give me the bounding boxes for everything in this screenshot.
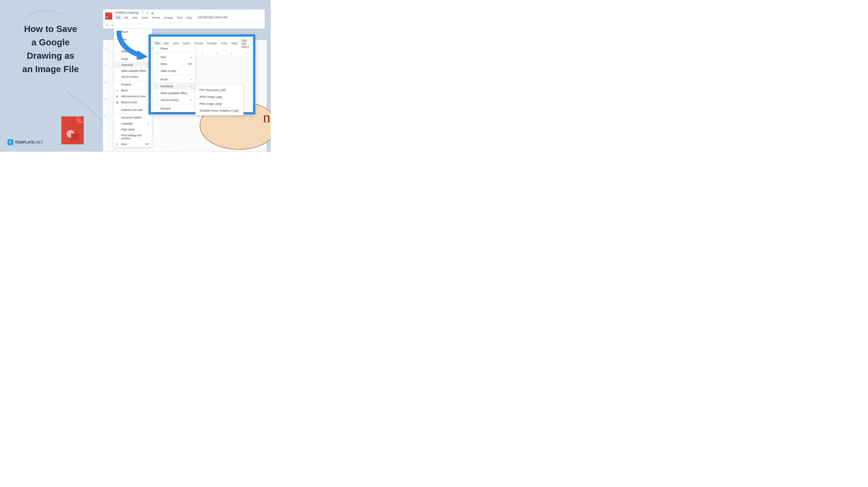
chevron-right-icon: ▸ <box>191 85 192 87</box>
print-icon: ⎙ <box>116 143 119 146</box>
menu-document-details[interactable]: Document details <box>114 115 152 121</box>
zoom-menu-download[interactable]: Download▸ <box>153 83 195 90</box>
zoom-menu-rename[interactable]: Rename <box>153 105 195 112</box>
template-net-logo: T TEMPLATE.NET <box>7 139 43 145</box>
divider <box>114 106 152 106</box>
redo-icon[interactable]: ↷ <box>111 24 114 28</box>
cloud-status-icon[interactable]: ☁ <box>151 11 154 14</box>
menu-language[interactable]: Language▸ <box>114 121 152 126</box>
right-panel: Untitled drawing ☆ ▭ ☁ File Edit View In… <box>101 0 271 152</box>
document-title[interactable]: Untitled drawing <box>115 11 138 14</box>
folder-icon: ▭ <box>116 89 119 92</box>
menu-view[interactable]: View <box>131 16 139 20</box>
app-screenshot: Untitled drawing ☆ ▭ ☁ File Edit View In… <box>103 9 265 29</box>
zoom-file-dropdown: Share New▸ Open⌘O Make a copy Email▸ Dow… <box>153 45 195 112</box>
undo-icon[interactable]: ↶ <box>105 24 109 28</box>
menu-move-trash[interactable]: 🗑Move to trash <box>114 99 152 105</box>
zoomed-callout: File Edit View Insert Format Arrange Too… <box>149 34 255 114</box>
menu-insert[interactable]: Insert <box>140 16 150 20</box>
tutorial-title: How to Save a Google Drawing as an Image… <box>7 22 94 76</box>
zoom-ruler: 1 2 3 4 <box>195 52 253 55</box>
vertical-ruler: 2 3 4 5 6 7 <box>103 40 108 152</box>
google-drawings-icon <box>61 116 84 144</box>
divider <box>153 75 195 75</box>
menu-publish[interactable]: Publish to the web <box>114 107 152 113</box>
menu-tools[interactable]: Tools <box>175 16 184 20</box>
last-edit-link[interactable]: Last edit was 2 hours ago <box>198 16 227 20</box>
toolbar: ↶ ↷ <box>103 23 265 29</box>
zoom-menu-tools[interactable]: Tools <box>219 41 229 45</box>
move-folder-icon[interactable]: ▭ <box>146 11 149 14</box>
left-panel: How to Save a Google Drawing as an Image… <box>0 0 101 152</box>
zoom-menu-arrange[interactable]: Arrange <box>205 41 218 45</box>
menu-print[interactable]: ⎙Print⌘P <box>114 141 152 147</box>
divider <box>153 53 195 53</box>
title-line-1: How to Save <box>7 22 94 36</box>
drive-icon: ◈ <box>116 95 119 98</box>
download-png[interactable]: PNG image (.png) <box>195 100 244 107</box>
download-pdf[interactable]: PDF Document (.pdf) <box>195 87 244 93</box>
zoom-menu-help[interactable]: Help <box>230 41 239 45</box>
download-submenu: PDF Document (.pdf) JPEG image (.jpg) PN… <box>195 85 244 116</box>
main-container: How to Save a Google Drawing as an Image… <box>0 0 271 152</box>
title-line-3: Drawing as <box>7 49 94 62</box>
menu-edit[interactable]: Edit <box>123 16 130 20</box>
menu-file[interactable]: File <box>115 16 122 20</box>
chevron-right-icon: ▸ <box>191 56 192 58</box>
decorative-curve <box>22 4 63 22</box>
menu-print-settings[interactable]: Print settings and preview <box>114 132 152 141</box>
download-jpeg[interactable]: JPEG image (.jpg) <box>195 93 244 100</box>
callout-arrow <box>115 30 149 60</box>
chevron-right-icon: ▸ <box>191 99 192 101</box>
menu-arrange[interactable]: Arrange <box>162 16 175 20</box>
logo-icon: T <box>7 139 13 145</box>
zoom-last-edit[interactable]: Last edit was 2 <box>242 38 250 48</box>
menu-download[interactable]: Download <box>114 62 152 68</box>
title-line-2: a Google <box>7 36 94 49</box>
chevron-right-icon: ▸ <box>148 123 149 125</box>
menu-page-setup[interactable]: Page setup <box>114 126 152 132</box>
zoom-menu-email[interactable]: Email▸ <box>153 76 195 83</box>
canvas-text: n <box>263 109 270 126</box>
chevron-right-icon: ▸ <box>191 78 192 80</box>
menu-version-history[interactable]: Version history <box>114 74 152 80</box>
zoom-menu-offline[interactable]: Make available offline <box>153 90 195 96</box>
zoom-menu-version[interactable]: Version history▸ <box>153 96 195 103</box>
menu-add-shortcut[interactable]: ◈Add shortcut to Drive <box>114 93 152 99</box>
logo-text: TEMPLATE.NET <box>15 140 43 145</box>
star-icon[interactable]: ☆ <box>142 11 144 14</box>
menu-rename[interactable]: Rename <box>114 82 152 87</box>
download-svg[interactable]: Scalable Vector Graphics (.svg) <box>195 107 244 114</box>
menu-bar: File Edit View Insert Format Arrange Too… <box>115 16 230 21</box>
menu-help[interactable]: Help <box>185 16 193 20</box>
menu-move[interactable]: ▭Move <box>114 87 152 93</box>
menu-offline[interactable]: Make available offline <box>114 68 152 74</box>
zoom-menu-new[interactable]: New▸ <box>153 54 195 60</box>
zoom-menu-share[interactable]: Share <box>153 45 195 52</box>
menu-format[interactable]: Format <box>150 16 161 20</box>
zoom-menu-open[interactable]: Open⌘O <box>153 60 195 67</box>
zoom-menu-make-copy[interactable]: Make a copy <box>153 67 195 74</box>
divider <box>153 104 195 104</box>
divider <box>114 114 152 114</box>
drawings-app-icon[interactable] <box>105 12 112 20</box>
trash-icon: 🗑 <box>116 101 119 104</box>
title-line-4: an Image File <box>7 62 94 76</box>
document-header: Untitled drawing ☆ ▭ ☁ File Edit View In… <box>103 9 265 23</box>
